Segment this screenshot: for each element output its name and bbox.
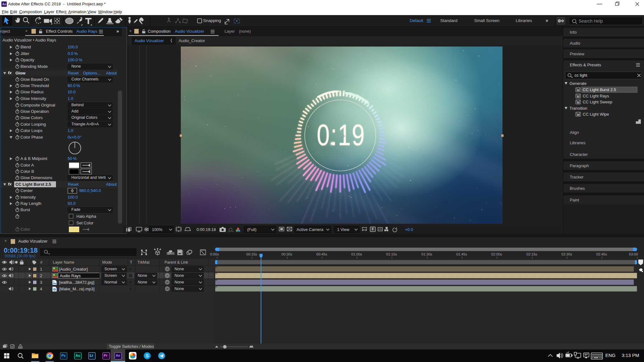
svg-text:0:19: 0:19 <box>317 118 365 151</box>
svg-text:32: 32 <box>576 95 580 98</box>
svg-text:S: S <box>146 353 148 358</box>
svg-text:32: 32 <box>576 89 580 92</box>
svg-text:16: 16 <box>576 113 580 116</box>
svg-text:32: 32 <box>576 101 580 104</box>
